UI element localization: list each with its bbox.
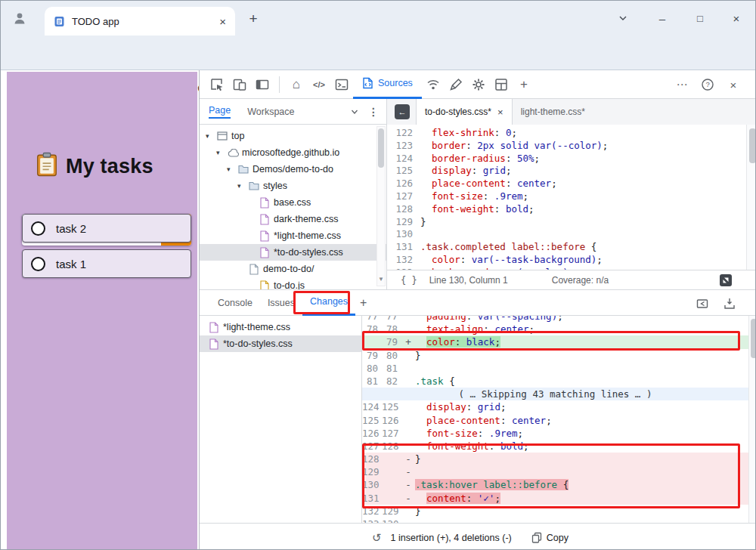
expander-arrow-icon[interactable]: ▾: [206, 132, 215, 140]
diff-row-insert: 79+ color: black;: [362, 335, 748, 348]
line-number: 131: [387, 241, 420, 254]
tree-item-demo-to-do[interactable]: demo-to-do/: [200, 261, 386, 277]
diff-scrollbar[interactable]: [748, 316, 756, 523]
browser-tab[interactable]: TODO app ×: [45, 7, 235, 36]
tab-title: TODO app: [72, 16, 219, 27]
navigator-scrollbar[interactable]: ▼: [376, 126, 386, 286]
diff-row-delete: 131- content: '✓';: [362, 492, 748, 505]
diff-options-icon[interactable]: [694, 295, 711, 312]
diff-row-equal: 125126 place-content: center;: [362, 414, 748, 427]
task-checkbox[interactable]: [31, 221, 45, 236]
clipboard-icon: [36, 152, 58, 177]
elements-panel-icon[interactable]: </>: [308, 73, 330, 96]
status-right-icon[interactable]: [720, 274, 732, 286]
tree-item-to-do.js[interactable]: to-do.js: [200, 277, 386, 289]
tree-item-label: styles: [263, 181, 287, 191]
add-panel-icon[interactable]: +: [513, 73, 535, 96]
diff-new-line-number: [382, 465, 401, 478]
settings-gear-icon[interactable]: [467, 73, 490, 96]
tab-close-icon[interactable]: ×: [497, 107, 503, 118]
tree-item-top[interactable]: ▾top: [200, 128, 386, 144]
diff-old-line-number: 78: [362, 323, 382, 335]
line-column-status: Line 130, Column 1: [429, 275, 508, 286]
diff-view[interactable]: 7777 padding: var(--spacing);7878 text-a…: [362, 316, 748, 523]
code-line: 123 border: 2px solid var(--color);: [387, 140, 746, 153]
task-item[interactable]: task 2: [22, 214, 191, 243]
revert-icon[interactable]: ↺: [372, 531, 382, 545]
navigator-kebab-icon[interactable]: ⋮: [368, 106, 379, 118]
devtools-more-icon[interactable]: ⋯: [671, 73, 693, 96]
tree-item-to-do-styles.css[interactable]: *to-do-styles.css: [200, 244, 386, 261]
editor-tab-label: light-theme.css*: [521, 107, 585, 117]
devtools-close-icon[interactable]: ×: [722, 73, 745, 96]
tree-item-styles[interactable]: ▾styles: [200, 178, 386, 194]
window-close-button[interactable]: ×: [723, 8, 749, 28]
tree-item-label: dark-theme.css: [274, 214, 338, 224]
expander-arrow-icon[interactable]: ▾: [216, 149, 226, 156]
css-file-icon: [207, 338, 221, 350]
code-line: 125 display: grid;: [387, 165, 746, 178]
drawer-tab-console[interactable]: Console: [210, 290, 260, 316]
expander-arrow-icon[interactable]: ▾: [227, 165, 237, 173]
diff-old-line-number: 125: [362, 414, 382, 427]
diff-row-equal: 126127 font-size: .9rem;: [362, 427, 748, 440]
code-editor[interactable]: 122 flex-shrink: 0;123 border: 2px solid…: [387, 125, 746, 270]
tab-sources[interactable]: Sources: [353, 70, 422, 99]
todo-app-panel: My tasks + Add a task → To do task 2task…: [7, 72, 197, 550]
focus-mode-icon[interactable]: [251, 73, 274, 96]
copy-button[interactable]: Copy: [531, 532, 569, 543]
diff-code-text: content: '✓';: [415, 492, 500, 505]
tree-item-dark-theme.css[interactable]: dark-theme.css: [200, 211, 386, 227]
expander-arrow-icon[interactable]: ▾: [237, 182, 247, 190]
changed-file-to-do-styles.css[interactable]: *to-do-styles.css: [200, 335, 361, 352]
diff-old-line-number: 80: [362, 362, 382, 375]
code-text: flex-shrink: 0;: [420, 127, 517, 140]
changed-file-light-theme.css[interactable]: *light-theme.css: [200, 319, 361, 335]
task-item[interactable]: task 1: [22, 249, 191, 278]
maximize-button[interactable]: □: [687, 8, 713, 28]
inspect-element-icon[interactable]: [206, 73, 228, 96]
profile-button[interactable]: [7, 6, 33, 30]
tab-actions-chevron-icon[interactable]: [610, 8, 636, 28]
drawer-tab-changes[interactable]: Changes: [302, 290, 355, 316]
chevron-down-icon[interactable]: [350, 107, 359, 116]
code-line: 124 border-radius: 50%;: [387, 153, 746, 165]
add-drawer-tab-icon[interactable]: +: [360, 296, 367, 310]
diff-new-line-number: 78: [382, 323, 401, 335]
folder-icon: [247, 181, 261, 190]
minimize-button[interactable]: –: [649, 8, 675, 28]
tree-item-base.css[interactable]: base.css: [200, 194, 386, 211]
diff-row-equal: 8081: [362, 362, 748, 375]
tab-workspace[interactable]: Workspace: [247, 107, 294, 117]
editor-tab-light-theme.css[interactable]: light-theme.css*: [513, 99, 593, 125]
sources-subnav: Page Workspace ⋮ ← to-do-styles.css*×lig…: [200, 99, 756, 125]
tree-item-Demosdemo-to-do[interactable]: ▾Demos/demo-to-do: [200, 161, 386, 178]
navigator-toggle-icon[interactable]: ←: [395, 104, 410, 119]
scroll-down-arrow-icon[interactable]: ▼: [377, 276, 385, 285]
editor-tab-to-do-styles.css[interactable]: to-do-styles.css*×: [416, 99, 513, 125]
diff-code-text: font-size: .9rem;: [415, 427, 523, 440]
diff-old-line-number: 129: [362, 465, 382, 478]
line-number: 128: [387, 203, 420, 216]
application-panel-icon[interactable]: [490, 73, 513, 96]
dock-bottom-icon[interactable]: [721, 295, 738, 312]
welcome-home-icon[interactable]: ⌂: [285, 73, 308, 96]
editor-scrollbar[interactable]: [746, 125, 756, 270]
tree-item-label: demo-to-do/: [263, 264, 314, 274]
console-panel-icon[interactable]: [330, 73, 353, 96]
device-emulation-icon[interactable]: [228, 73, 251, 96]
code-text: font-weight: bold;: [420, 203, 534, 216]
task-checkbox[interactable]: [31, 257, 45, 271]
drawer-tab-label: Issues: [268, 298, 295, 308]
tree-item-microsoftedge.github.io[interactable]: ▾microsoftedge.github.io: [200, 144, 386, 161]
performance-panel-icon[interactable]: [445, 73, 467, 96]
drawer-tab-issues[interactable]: Issues: [260, 290, 302, 316]
tab-page[interactable]: Page: [209, 105, 231, 119]
devtools-help-icon[interactable]: ?: [696, 73, 719, 96]
tab-close-icon[interactable]: ×: [219, 15, 226, 28]
toolbar-divider: [279, 76, 280, 93]
tree-item-light-theme.css[interactable]: *light-theme.css: [200, 227, 386, 244]
new-tab-button[interactable]: +: [244, 10, 262, 28]
network-panel-icon[interactable]: [422, 73, 445, 96]
pretty-print-button[interactable]: { }: [401, 275, 417, 286]
